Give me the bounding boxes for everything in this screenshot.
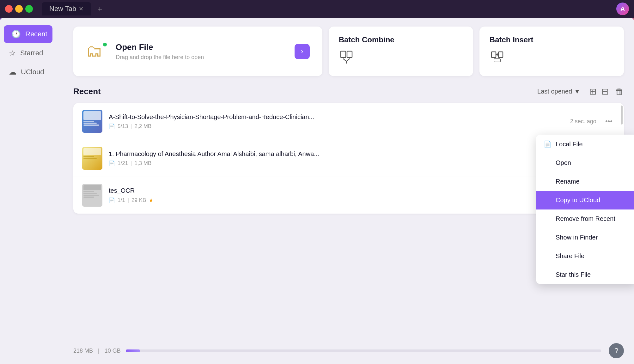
svg-rect-3 (491, 52, 496, 58)
file-size-2: 1,3 MB (135, 160, 152, 167)
app-container: 🕐 Recent ☆ Starred ☁ UCloud 🗂 Open File (0, 18, 634, 364)
context-menu-copy-to-ucloud[interactable]: Copy to UCloud (536, 191, 634, 209)
context-menu-star-this-file[interactable]: Star this File (536, 265, 634, 284)
context-remove-recent-label: Remove from Recent (556, 215, 615, 222)
tab-title: New Tab (49, 5, 76, 13)
new-tab-button[interactable]: ＋ (94, 3, 106, 15)
folder-icon-wrapper: 🗂 (86, 41, 108, 62)
storage-used: 218 MB (73, 348, 93, 354)
context-menu-local-file[interactable]: 📄 Local File (536, 135, 634, 154)
sidebar-starred-label: Starred (20, 49, 43, 57)
help-button[interactable]: ? (609, 343, 624, 358)
clock-icon: 🕐 (11, 30, 21, 39)
sidebar-item-starred[interactable]: ☆ Starred (4, 44, 59, 62)
maximize-button[interactable] (25, 5, 33, 13)
context-menu-rename[interactable]: Rename (536, 172, 634, 191)
recent-header: Recent Last opened ▼ ⊞ ⊟ 🗑 (73, 86, 624, 97)
sidebar-recent-label: Recent (25, 30, 47, 38)
context-share-file-label: Share File (556, 252, 584, 260)
top-cards: 🗂 Open File Drag and drop the file here … (73, 27, 624, 76)
file-thumbnail-1 (82, 110, 102, 133)
sidebar-ucloud-label: UCloud (21, 68, 44, 76)
star-icon: ☆ (9, 49, 16, 58)
green-dot (103, 43, 107, 46)
browser-chrome: New Tab ✕ ＋ A (0, 0, 634, 18)
close-button[interactable] (5, 5, 13, 13)
file-pages-3: 1/1 (118, 197, 125, 203)
open-file-card[interactable]: 🗂 Open File Drag and drop the file here … (73, 27, 322, 76)
file-info-2: 1. Pharmacology of Anesthesia Author Ama… (109, 150, 569, 167)
avatar: A (616, 3, 629, 15)
sidebar-active-dot (6, 33, 8, 35)
tab-close-icon[interactable]: ✕ (79, 5, 83, 12)
file-more-button-1[interactable]: ••• (603, 116, 615, 127)
sidebar-item-recent[interactable]: 🕐 Recent (4, 25, 52, 43)
file-info-3: tes_OCR 📄 1/1 | 29 KB ★ (109, 187, 573, 204)
context-copy-ucloud-label: Copy to UCloud (556, 197, 600, 204)
storage-total: 10 GB (105, 348, 121, 354)
cloud-icon: ☁ (9, 68, 16, 76)
sidebar-item-ucloud[interactable]: ☁ UCloud (4, 63, 59, 81)
file-thumbnail-3 (82, 184, 102, 207)
sort-label: Last opened (537, 88, 572, 95)
batch-combine-title: Batch Combine (339, 35, 394, 44)
context-star-file-label: Star this File (556, 271, 591, 278)
minimize-button[interactable] (15, 5, 23, 13)
file-pages-1: 5/13 (118, 123, 128, 130)
context-menu-remove-from-recent[interactable]: Remove from Recent (536, 209, 634, 228)
batch-insert-icon (490, 49, 505, 67)
open-file-subtitle: Drag and drop the file here to open (116, 54, 287, 61)
context-rename-label: Rename (556, 178, 580, 185)
file-pages-2: 1/21 (118, 160, 128, 167)
sort-button[interactable]: Last opened ▼ (537, 88, 580, 95)
context-open-label: Open (556, 159, 571, 167)
folder-icon: 🗂 (86, 42, 102, 60)
context-menu-show-in-finder[interactable]: Show in Finder (536, 228, 634, 247)
list-view-button[interactable]: ⊟ (601, 86, 609, 97)
file-name-1: A-Shift-to-Solve-the-Physician-Shortage-… (109, 113, 564, 121)
bottom-bar: 218 MB | 10 GB ? (63, 337, 634, 364)
svg-rect-1 (347, 51, 352, 58)
batch-insert-card[interactable]: Batch Insert (479, 27, 624, 76)
file-meta-3: 📄 1/1 | 29 KB ★ (109, 197, 573, 204)
storage-bar (126, 349, 601, 352)
file-info-1: A-Shift-to-Solve-the-Physician-Shortage-… (109, 113, 564, 130)
file-meta-1: 📄 5/13 | 2,2 MB (109, 123, 564, 130)
svg-rect-5 (494, 59, 500, 62)
open-file-title: Open File (116, 42, 287, 52)
tab-bar: New Tab ✕ ＋ (42, 2, 106, 15)
local-file-icon: 📄 (544, 140, 551, 148)
file-time-1: 2 sec. ago (570, 118, 596, 125)
open-file-button[interactable]: › (295, 44, 310, 59)
file-size-3: 29 KB (131, 197, 146, 203)
open-file-text: Open File Drag and drop the file here to… (116, 42, 287, 61)
recent-title: Recent (73, 87, 101, 96)
context-menu-share-file[interactable]: Share File (536, 247, 634, 265)
view-buttons: ⊞ ⊟ 🗑 (589, 86, 624, 97)
sidebar: 🕐 Recent ☆ Starred ☁ UCloud (0, 18, 63, 364)
context-menu: 📄 Local File Open Rename Copy to UCloud … (536, 135, 634, 284)
sort-arrow-icon: ▼ (574, 88, 580, 95)
svg-rect-4 (498, 52, 503, 58)
sidebar-recent-wrapper: 🕐 Recent (4, 25, 59, 43)
page-icon-2: 📄 (109, 160, 115, 166)
context-menu-open[interactable]: Open (536, 154, 634, 172)
file-name-2: 1. Pharmacology of Anesthesia Author Ama… (109, 150, 569, 158)
file-meta-2: 📄 1/21 | 1,3 MB (109, 160, 569, 167)
main-content: 🗂 Open File Drag and drop the file here … (63, 18, 634, 364)
browser-tab[interactable]: New Tab ✕ (42, 2, 91, 15)
batch-combine-icon (339, 49, 354, 67)
traffic-lights (5, 5, 33, 13)
page-icon-3: 📄 (109, 197, 115, 203)
page-icon-1: 📄 (109, 123, 115, 129)
batch-insert-title: Batch Insert (490, 35, 533, 44)
context-local-file-label: Local File (556, 141, 583, 148)
batch-combine-card[interactable]: Batch Combine (329, 27, 473, 76)
delete-button[interactable]: 🗑 (615, 86, 624, 97)
storage-separator: | (98, 348, 100, 354)
file-thumbnail-2 (82, 147, 102, 170)
file-size-1: 2,2 MB (135, 123, 152, 130)
grid-view-button[interactable]: ⊞ (589, 86, 596, 97)
storage-fill (126, 349, 140, 352)
context-show-finder-label: Show in Finder (556, 234, 598, 241)
